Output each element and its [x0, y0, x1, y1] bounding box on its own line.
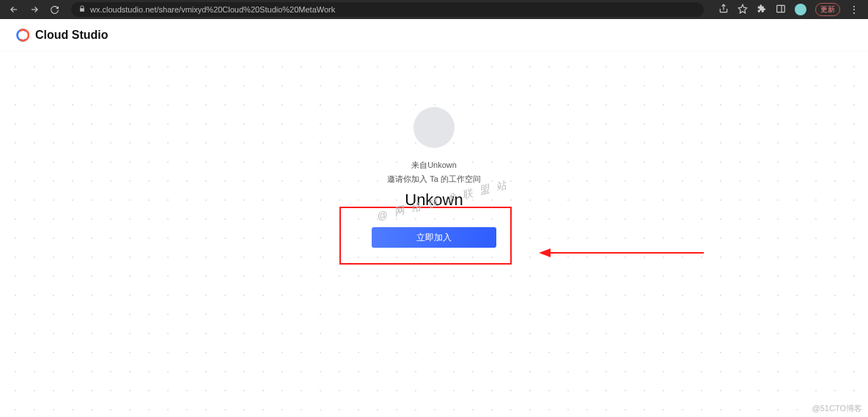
inviter-avatar — [413, 107, 455, 148]
lock-icon — [78, 5, 86, 14]
forward-icon[interactable] — [29, 4, 40, 15]
annotation-arrow-icon — [539, 246, 707, 260]
url-bar[interactable]: wx.cloudstudio.net/share/vmixyd%20Cloud%… — [71, 2, 704, 17]
browser-bar: wx.cloudstudio.net/share/vmixyd%20Cloud%… — [0, 0, 868, 19]
page-body: 来自Unkown 邀请你加入 Ta 的工作空间 Unkown 立即加入 @ 网 … — [0, 51, 868, 417]
url-text: wx.cloudstudio.net/share/vmixyd%20Cloud%… — [90, 5, 335, 14]
svg-marker-3 — [539, 248, 551, 257]
svg-rect-0 — [777, 5, 785, 12]
join-button[interactable]: 立即加入 — [372, 227, 496, 248]
menu-icon[interactable]: ⋮ — [849, 4, 859, 15]
app-header: Cloud Studio — [0, 19, 868, 51]
back-icon[interactable] — [9, 4, 19, 15]
browser-right-icons: 更新 ⋮ — [718, 3, 859, 16]
profile-avatar-icon[interactable] — [795, 4, 806, 15]
panel-icon[interactable] — [776, 4, 786, 16]
update-button[interactable]: 更新 — [815, 3, 840, 16]
nav-icons — [9, 4, 59, 15]
workspace-name: Unkown — [405, 191, 463, 210]
from-text: 来自Unkown — [411, 160, 457, 171]
reload-icon[interactable] — [50, 5, 59, 15]
invite-card: 来自Unkown 邀请你加入 Ta 的工作空间 Unkown 立即加入 — [372, 107, 496, 248]
invite-text: 邀请你加入 Ta 的工作空间 — [387, 174, 481, 185]
brand-logo-icon — [13, 27, 29, 43]
watermark-bottom-right: @51CTO博客 — [812, 403, 862, 414]
extensions-icon[interactable] — [757, 4, 767, 16]
brand-name: Cloud Studio — [35, 29, 108, 42]
star-icon[interactable] — [738, 4, 748, 16]
share-icon[interactable] — [718, 4, 729, 16]
